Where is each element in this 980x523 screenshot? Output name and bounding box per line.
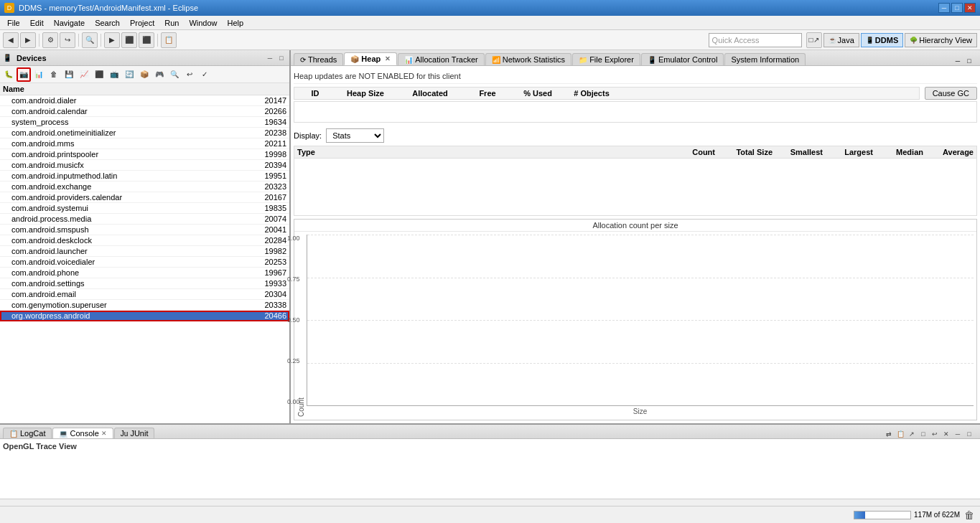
device-row-name: com.android.deskclock: [11, 236, 251, 245]
menu-window[interactable]: Window: [185, 17, 221, 29]
bottom-panel-ctrl4[interactable]: □: [918, 430, 928, 438]
tab-heap[interactable]: 📦 Heap ✕: [344, 52, 397, 65]
minimize-button[interactable]: ─: [938, 3, 950, 13]
dev-alloc-btn[interactable]: 📈: [77, 67, 91, 82]
cause-gc-button[interactable]: Cause GC: [925, 87, 977, 100]
horizontal-scrollbar[interactable]: [0, 499, 980, 506]
device-row[interactable]: android.process.media20074: [0, 214, 289, 225]
device-row[interactable]: com.android.smspush20041: [0, 225, 289, 235]
dev-hprof-btn[interactable]: 💾: [62, 67, 76, 82]
dev-inspect-btn[interactable]: 🔍: [167, 67, 182, 82]
menu-run[interactable]: Run: [160, 17, 183, 29]
tab-threads[interactable]: ⟳ Threads: [294, 53, 343, 65]
bottom-panel-ctrl1[interactable]: ⇄: [884, 430, 894, 438]
device-row[interactable]: com.android.dialer20147: [0, 95, 289, 106]
ddms-minimize-btn[interactable]: ─: [953, 57, 963, 65]
toolbar-btn7[interactable]: 📋: [161, 32, 177, 48]
device-row-id: 19998: [251, 150, 286, 159]
device-row[interactable]: com.android.printspooler19998: [0, 149, 289, 160]
alloc-col-average: Average: [923, 148, 974, 156]
bottom-panel-ctrl6[interactable]: ✕: [941, 430, 951, 438]
tab-logcat[interactable]: 📋 LogCat: [3, 428, 52, 438]
device-row[interactable]: com.android.email20304: [0, 289, 289, 300]
tab-sysinfo[interactable]: System Information: [724, 53, 806, 65]
heap-icon: 📦: [350, 55, 359, 63]
allocation-icon: 📊: [404, 56, 413, 64]
menu-help[interactable]: Help: [223, 17, 248, 29]
console-close[interactable]: ✕: [101, 430, 107, 437]
tab-junit[interactable]: Ju JUnit: [114, 428, 155, 438]
device-row[interactable]: com.android.voicedialer20253: [0, 257, 289, 268]
gc-trash-icon[interactable]: 🗑: [964, 509, 974, 521]
device-row[interactable]: com.android.providers.calendar20167: [0, 192, 289, 203]
dev-debug-btn[interactable]: 🐛: [1, 67, 16, 82]
dev-opengl-btn[interactable]: 🎮: [152, 67, 167, 82]
tab-emulator[interactable]: 📱 Emulator Control: [641, 53, 724, 65]
toolbar-btn5[interactable]: ⬛: [121, 32, 137, 48]
perspective-hierarchy[interactable]: 🌳Hierarchy View: [905, 33, 977, 47]
devices-list[interactable]: com.android.dialer20147com.android.calen…: [0, 95, 289, 423]
device-row[interactable]: com.android.mms20211: [0, 138, 289, 149]
device-row[interactable]: com.android.exchange20323: [0, 182, 289, 192]
opengl-label: OpenGL Trace View: [3, 440, 977, 452]
dev-gctrace-btn[interactable]: 🗑: [47, 67, 61, 82]
toolbar-btn1[interactable]: ⚙: [42, 32, 58, 48]
device-row[interactable]: com.android.systemui19835: [0, 203, 289, 214]
device-row[interactable]: com.android.calendar20266: [0, 106, 289, 117]
device-row[interactable]: com.android.deskclock20284: [0, 235, 289, 246]
device-row[interactable]: com.android.musicfx20394: [0, 160, 289, 171]
device-row[interactable]: system_process19634: [0, 117, 289, 128]
display-select[interactable]: Stats Bar Graph: [326, 128, 384, 143]
menu-search[interactable]: Search: [90, 17, 124, 29]
dev-sysinfo-btn[interactable]: 📊: [32, 67, 46, 82]
dev-stop-btn[interactable]: ⬛: [92, 67, 106, 82]
menu-file[interactable]: File: [3, 17, 24, 29]
perspective-ddms[interactable]: 📱DDMS: [861, 33, 903, 47]
tab-network[interactable]: 📶 Network Statistics: [485, 53, 571, 65]
device-row[interactable]: com.android.onetimeinitializer20238: [0, 128, 289, 138]
device-row-id: 20167: [251, 193, 286, 202]
device-row[interactable]: org.wordpress.android20466: [0, 311, 289, 321]
heap-tab-close[interactable]: ✕: [385, 55, 391, 62]
toolbar-btn3[interactable]: 🔍: [82, 32, 98, 48]
devices-panel-minimize[interactable]: ─: [265, 54, 275, 62]
bottom-panel-maximize[interactable]: □: [964, 430, 974, 438]
device-row-id: 19835: [251, 204, 286, 212]
device-row-id: 20338: [251, 301, 286, 309]
dev-heap-btn[interactable]: 📦: [137, 67, 151, 82]
tab-file-explorer[interactable]: 📁 File Explorer: [572, 53, 640, 65]
toolbar-forward-btn[interactable]: ▶: [20, 32, 36, 48]
maximize-button[interactable]: □: [951, 3, 963, 13]
device-row[interactable]: com.android.launcher19982: [0, 246, 289, 257]
device-row[interactable]: com.android.phone19967: [0, 268, 289, 278]
toolbar-btn4[interactable]: ▶: [104, 32, 120, 48]
tab-allocation[interactable]: 📊 Allocation Tracker: [398, 53, 484, 65]
bottom-panel-ctrl5[interactable]: ↩: [930, 430, 940, 438]
dev-screenshot-btn[interactable]: 📷: [17, 67, 31, 82]
toolbar-btn6[interactable]: ⬛: [139, 32, 154, 48]
menu-edit[interactable]: Edit: [26, 17, 48, 29]
dev-reset-btn[interactable]: ↩: [182, 67, 197, 82]
close-button[interactable]: ✕: [964, 3, 976, 13]
dev-close-btn[interactable]: ✓: [197, 67, 212, 82]
bottom-panel-ctrl2[interactable]: 📋: [895, 430, 905, 438]
device-row[interactable]: com.android.settings19933: [0, 278, 289, 289]
tab-console[interactable]: 💻 Console ✕: [52, 428, 113, 438]
perspective-java[interactable]: ☕Java: [823, 33, 859, 47]
menu-project[interactable]: Project: [126, 17, 159, 29]
bottom-panel-ctrl3[interactable]: ↗: [907, 430, 917, 438]
bottom-panel-minimize[interactable]: ─: [953, 430, 963, 438]
device-row[interactable]: com.android.inputmethod.latin19951: [0, 171, 289, 182]
dev-screen-btn[interactable]: 📺: [107, 67, 121, 82]
toolbar-btn2[interactable]: ↪: [60, 32, 75, 48]
menu-navigate[interactable]: Navigate: [50, 17, 89, 29]
memory-indicator: 117M of 622M: [854, 511, 960, 519]
devices-panel-maximize[interactable]: □: [276, 54, 286, 62]
ddms-maximize-btn[interactable]: □: [964, 57, 974, 65]
quick-access-field[interactable]: Quick Access: [709, 33, 802, 47]
toolbar-back-btn[interactable]: ◀: [3, 32, 19, 48]
device-row[interactable]: com.genymotion.superuser20338: [0, 300, 289, 311]
tab-console-label: Console: [70, 429, 98, 438]
dev-update-btn[interactable]: 🔄: [122, 67, 136, 82]
toolbar-open-perspective-btn[interactable]: □↗: [806, 32, 822, 48]
